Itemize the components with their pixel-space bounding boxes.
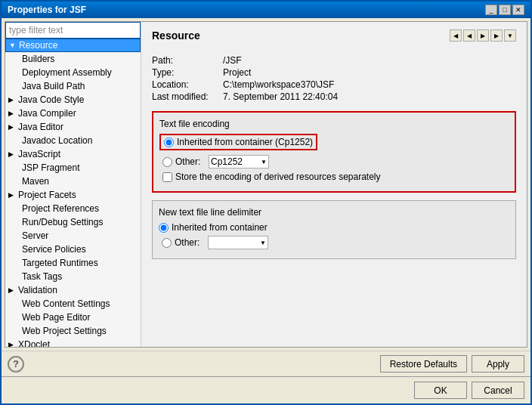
content-area: ▼ Resource Builders Deployment Assembly …: [2, 18, 530, 403]
sidebar-item-server[interactable]: Server: [5, 229, 141, 243]
close-button[interactable]: ✕: [512, 5, 524, 15]
sidebar-item-java-editor[interactable]: ▶ Java Editor: [5, 120, 141, 134]
sidebar-item-javascript-label: JavaScript: [18, 149, 60, 159]
store-encoding-row: Store the encoding of derived resources …: [159, 172, 509, 182]
dropdown-button[interactable]: ▼: [504, 29, 516, 42]
location-value: C:\temp\workspace370\JSF: [223, 79, 516, 90]
sidebar-item-service-policies[interactable]: Service Policies: [5, 243, 141, 256]
sidebar-item-project-references-label: Project References: [22, 203, 99, 214]
expand-icon-project-facets: ▶: [8, 191, 16, 199]
sidebar-item-maven-label: Maven: [22, 176, 49, 187]
encoding-other-radio[interactable]: [162, 157, 172, 167]
line-delimiter-other-label: Other:: [175, 237, 205, 248]
back-button[interactable]: ◀: [450, 29, 462, 42]
sidebar-item-java-compiler[interactable]: ▶ Java Compiler: [5, 107, 141, 120]
sidebar-item-java-editor-label: Java Editor: [18, 122, 63, 132]
path-value: /JSF: [223, 55, 516, 66]
back-button2[interactable]: ◀: [463, 29, 475, 42]
sidebar-item-javascript[interactable]: ▶ JavaScript: [5, 147, 141, 161]
sidebar-item-project-references[interactable]: Project References: [5, 202, 141, 215]
sidebar-item-task-tags[interactable]: Task Tags: [5, 270, 141, 283]
right-panel-header: Resource ◀ ◀ ▶ ▶ ▼: [152, 29, 516, 49]
dialog-bottom: OK Cancel: [2, 376, 530, 403]
window-title: Properties for JSF: [8, 5, 86, 15]
nav-buttons: ◀ ◀ ▶ ▶ ▼: [450, 29, 516, 42]
last-modified-label: Last modified:: [152, 91, 220, 102]
line-delimiter-title: New text file line delimiter: [159, 207, 509, 218]
maximize-button[interactable]: □: [499, 5, 511, 15]
expand-icon-java-compiler: ▶: [8, 110, 16, 117]
ok-button[interactable]: OK: [414, 382, 467, 399]
location-label: Location:: [152, 79, 220, 90]
type-value: Project: [223, 67, 516, 78]
encoding-inherited-radio[interactable]: [164, 138, 174, 147]
expand-icon: ▼: [9, 42, 17, 49]
apply-button[interactable]: Apply: [472, 355, 524, 373]
sidebar-item-xdoclet[interactable]: ▶ XDoclet: [5, 338, 141, 347]
last-modified-value: 7. September 2011 22:40:04: [223, 91, 516, 102]
sidebar-item-web-content-settings-label: Web Content Settings: [22, 298, 110, 309]
sidebar-item-web-content-settings[interactable]: Web Content Settings: [5, 297, 141, 311]
store-encoding-label: Store the encoding of derived resources …: [175, 172, 381, 182]
sidebar-item-service-policies-label: Service Policies: [22, 244, 86, 255]
sidebar: ▼ Resource Builders Deployment Assembly …: [5, 22, 141, 347]
sidebar-item-java-build-path[interactable]: Java Build Path: [5, 79, 141, 93]
sidebar-item-java-compiler-label: Java Compiler: [18, 108, 76, 119]
sidebar-item-project-facets[interactable]: ▶ Project Facets: [5, 188, 141, 202]
encoding-section: Text file encoding Inherited from contai…: [152, 111, 516, 193]
right-panel: Resource ◀ ◀ ▶ ▶ ▼ Path: /JSF Type: Proj…: [141, 22, 527, 347]
expand-icon-java-code-style: ▶: [8, 96, 16, 104]
bottom-bar: ? Restore Defaults Apply: [2, 351, 530, 376]
encoding-other-row: Other: Cp1252 ▼: [159, 155, 509, 168]
sidebar-item-resource[interactable]: ▼ Resource: [5, 39, 141, 52]
help-button[interactable]: ?: [8, 356, 24, 373]
encoding-other-label: Other:: [175, 156, 206, 167]
minimize-button[interactable]: _: [485, 5, 497, 15]
path-label: Path:: [152, 55, 220, 66]
sidebar-item-javadoc-location-label: Javadoc Location: [22, 135, 92, 146]
sidebar-item-java-code-style[interactable]: ▶ Java Code Style: [5, 93, 141, 107]
sidebar-item-web-page-editor-label: Web Page Editor: [22, 312, 91, 323]
line-delimiter-dropdown[interactable]: ▼: [208, 236, 268, 249]
info-grid: Path: /JSF Type: Project Location: C:\te…: [152, 55, 516, 102]
encoding-inherited-option: Inherited from container (Cp1252): [164, 137, 313, 147]
expand-icon-xdoclet: ▶: [8, 341, 16, 347]
sidebar-item-run-debug-settings[interactable]: Run/Debug Settings: [5, 215, 141, 229]
sidebar-item-server-label: Server: [22, 230, 48, 241]
title-bar-buttons: _ □ ✕: [485, 5, 524, 15]
encoding-dropdown-value: Cp1252: [211, 156, 243, 167]
line-delimiter-inherited-radio[interactable]: [159, 223, 169, 233]
sidebar-item-resource-label: Resource: [19, 40, 57, 51]
sidebar-item-web-page-editor[interactable]: Web Page Editor: [5, 311, 141, 324]
expand-icon-javascript: ▶: [8, 150, 16, 158]
sidebar-item-web-project-settings[interactable]: Web Project Settings: [5, 324, 141, 338]
sidebar-item-jsp-fragment[interactable]: JSP Fragment: [5, 161, 141, 175]
sidebar-item-builders[interactable]: Builders: [5, 52, 141, 66]
line-delimiter-other-radio[interactable]: [162, 238, 172, 248]
bottom-right-buttons: Restore Defaults Apply: [380, 355, 524, 373]
filter-input[interactable]: [5, 22, 141, 39]
forward-button[interactable]: ▶: [477, 29, 489, 42]
sidebar-item-task-tags-label: Task Tags: [22, 271, 62, 282]
sidebar-item-validation-label: Validation: [18, 285, 57, 295]
type-label: Type:: [152, 67, 220, 78]
sidebar-item-java-code-style-label: Java Code Style: [18, 94, 84, 105]
expand-icon-java-editor: ▶: [8, 123, 16, 131]
sidebar-item-project-facets-label: Project Facets: [18, 190, 76, 200]
properties-window: Properties for JSF _ □ ✕ ▼ Resource Buil…: [0, 0, 532, 405]
encoding-section-title: Text file encoding: [159, 119, 509, 129]
line-delimiter-inherited-option: Inherited from container: [159, 222, 509, 233]
sidebar-item-builders-label: Builders: [22, 54, 54, 64]
cancel-button[interactable]: Cancel: [472, 382, 524, 399]
sidebar-item-validation[interactable]: ▶ Validation: [5, 283, 141, 297]
sidebar-item-javadoc-location[interactable]: Javadoc Location: [5, 134, 141, 147]
main-panel: ▼ Resource Builders Deployment Assembly …: [5, 21, 527, 348]
store-encoding-checkbox[interactable]: [162, 172, 172, 182]
sidebar-item-maven[interactable]: Maven: [5, 175, 141, 188]
encoding-dropdown[interactable]: Cp1252 ▼: [209, 155, 269, 168]
sidebar-item-web-project-settings-label: Web Project Settings: [22, 326, 107, 336]
sidebar-item-deployment-assembly[interactable]: Deployment Assembly: [5, 66, 141, 79]
forward-button2[interactable]: ▶: [490, 29, 503, 42]
restore-defaults-button[interactable]: Restore Defaults: [380, 355, 467, 373]
sidebar-item-targeted-runtimes[interactable]: Targeted Runtimes: [5, 256, 141, 270]
